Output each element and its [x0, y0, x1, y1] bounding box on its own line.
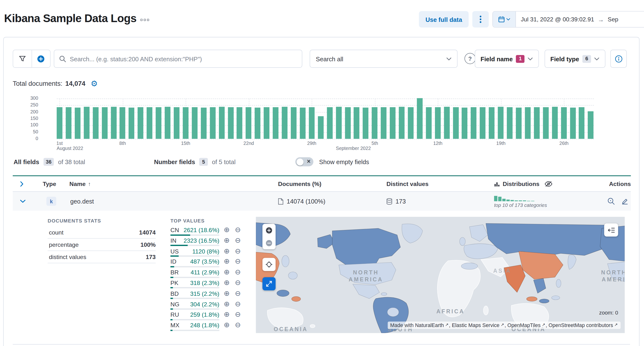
- stat-label: count: [48, 229, 64, 236]
- edit-field-button[interactable]: [622, 198, 628, 205]
- name-column-header[interactable]: Name ↑: [70, 180, 91, 187]
- top-value-line: BR411 (2.9%): [170, 269, 219, 276]
- top-value-line: PK318 (2.3%): [170, 279, 219, 287]
- number-fields-summary: Number fields 5 of 5 total: [154, 158, 236, 166]
- x-tick-label: 1st: [56, 141, 63, 146]
- chevron-right-icon: [20, 181, 24, 186]
- date-range-end[interactable]: Sep: [608, 16, 618, 22]
- top-value-count: 1120 (8%): [192, 248, 220, 255]
- top-value-bar-fill: [170, 308, 173, 310]
- number-fields-total: of 5 total: [212, 158, 236, 165]
- table-header-row: Type Name ↑ Documents (%) Distinct value…: [13, 176, 631, 192]
- stat-row: count14074: [48, 226, 156, 238]
- show-empty-fields-toggle[interactable]: ×: [295, 158, 313, 166]
- stat-value: 100%: [140, 241, 156, 248]
- add-filter-button[interactable]: [32, 50, 50, 68]
- search-scope-select[interactable]: Search all: [310, 50, 458, 68]
- filter-for-value-button[interactable]: ⊕: [223, 311, 230, 318]
- name-column-label: Name: [70, 180, 86, 187]
- top-value-bar-fill: [170, 266, 174, 267]
- filter-out-value-button[interactable]: ⊖: [234, 226, 242, 234]
- distributions-column-label: Distributions: [503, 180, 540, 187]
- filter-for-value-button[interactable]: ⊕: [223, 300, 230, 308]
- crosshair-icon: [265, 261, 273, 268]
- filter-out-value-button[interactable]: ⊖: [234, 237, 242, 244]
- all-fields-label: All fields: [14, 158, 39, 165]
- filter-out-value-button[interactable]: ⊖: [234, 258, 242, 266]
- map-zoom-in-button[interactable]: [262, 224, 276, 237]
- filter-for-value-button[interactable]: ⊕: [223, 290, 230, 297]
- top-values-title: TOP VALUES: [170, 218, 204, 224]
- header-actions: Use full data Jul 31, 2022 @ 00:39:02.91…: [419, 11, 644, 28]
- filter-out-value-button[interactable]: ⊖: [234, 290, 242, 297]
- filter-out-value-button[interactable]: ⊖: [234, 279, 242, 287]
- collapse-row-button[interactable]: [20, 200, 26, 203]
- use-full-data-button[interactable]: Use full data: [419, 11, 468, 28]
- documents-stats-title: DOCUMENTS STATS: [48, 218, 101, 224]
- top-value-line: MX248 (1.8%): [170, 322, 219, 329]
- field-type-filter-button[interactable]: Field type 6: [544, 50, 605, 68]
- toggle-distributions-visibility-button[interactable]: [544, 181, 552, 187]
- choropleth-map[interactable]: NORTH AMERICA NORTH AMERICA AFRICA OCEAN…: [256, 217, 625, 333]
- filter-out-value-button[interactable]: ⊖: [234, 322, 242, 329]
- filter-button[interactable]: [13, 50, 32, 68]
- filter-for-value-button[interactable]: ⊕: [223, 226, 230, 234]
- map-attribution-link[interactable]: NaturalEarth↗: [415, 322, 449, 328]
- top-value-row: US1120 (8%)⊕⊖: [170, 248, 244, 258]
- top-value-bar-fill: [170, 319, 172, 320]
- filter-for-value-button[interactable]: ⊕: [223, 237, 230, 244]
- top-value-count: 2323 (16.5%): [184, 237, 220, 244]
- vertical-dots-icon: [480, 16, 482, 23]
- zoom-out-icon: [265, 239, 273, 247]
- filter-out-value-button[interactable]: ⊖: [234, 300, 242, 308]
- filter-for-value-button[interactable]: ⊕: [223, 322, 230, 329]
- date-quick-select-button[interactable]: [493, 12, 516, 27]
- map-fullscreen-button[interactable]: [262, 277, 276, 290]
- mini-bar: [506, 200, 510, 201]
- x-month-label: September 2022: [336, 146, 371, 151]
- top-value-bar: [170, 319, 219, 320]
- map-attribution-link[interactable]: Elastic Maps Service↗: [452, 322, 504, 328]
- map-attribution-link[interactable]: OpenStreetMap contributors↗: [548, 322, 618, 328]
- top-value-code: IN: [170, 237, 176, 244]
- search-input[interactable]: [70, 55, 297, 62]
- top-value-bar: [170, 256, 219, 256]
- expand-all-button[interactable]: [20, 181, 24, 186]
- filter-out-value-button[interactable]: ⊖: [234, 311, 242, 318]
- map-label-oceania: OCEANIA: [274, 326, 308, 332]
- stat-label: percentage: [48, 241, 78, 248]
- filter-for-value-button[interactable]: ⊕: [223, 248, 230, 255]
- info-button[interactable]: [610, 50, 627, 68]
- help-button[interactable]: ?: [464, 53, 476, 64]
- x-tick-label: 5th: [372, 141, 378, 146]
- document-icon: [278, 198, 283, 204]
- filter-out-value-button[interactable]: ⊖: [234, 248, 242, 255]
- date-picker[interactable]: Jul 31, 2022 @ 00:39:02.91 → Sep: [492, 11, 644, 28]
- top-value-bar-fill: [170, 256, 179, 256]
- documents-value: 14074 (100%): [287, 198, 325, 205]
- documents-stats-table: count14074percentage100%distinct values1…: [48, 226, 156, 263]
- date-range-start[interactable]: Jul 31, 2022 @ 00:39:02.91: [521, 16, 594, 22]
- map-legend-toggle-button[interactable]: [604, 224, 618, 237]
- filter-out-value-button[interactable]: ⊖: [234, 269, 242, 276]
- field-name-filter-label: Field name: [480, 55, 513, 62]
- map-attribution-link[interactable]: OpenMapTiles↗: [508, 322, 546, 328]
- filter-for-value-button[interactable]: ⊕: [223, 258, 230, 266]
- toggle-knob: [296, 158, 303, 165]
- top-value-bar: [170, 330, 219, 331]
- context-menu-icon[interactable]: [140, 19, 149, 21]
- stat-label: distinct values: [48, 254, 86, 260]
- filter-for-value-button[interactable]: ⊕: [223, 279, 230, 287]
- field-row-geo-dest[interactable]: k geo.dest 14074 (100%) 173 top 10 of 17…: [13, 192, 631, 211]
- explore-in-discover-button[interactable]: [608, 198, 615, 205]
- chart-settings-gear-icon[interactable]: ⚙: [91, 80, 98, 88]
- number-fields-count-badge: 5: [199, 158, 208, 166]
- top-value-code: RU: [170, 311, 179, 318]
- more-options-button[interactable]: [472, 11, 489, 28]
- map-zoom-out-button[interactable]: [262, 236, 276, 249]
- map-fit-to-data-button[interactable]: [262, 258, 276, 271]
- top-value-code: ID: [170, 258, 176, 266]
- show-empty-fields-label: Show empty fields: [319, 158, 369, 165]
- filter-for-value-button[interactable]: ⊕: [223, 269, 230, 276]
- field-name-filter-button[interactable]: Field name 1: [475, 50, 539, 68]
